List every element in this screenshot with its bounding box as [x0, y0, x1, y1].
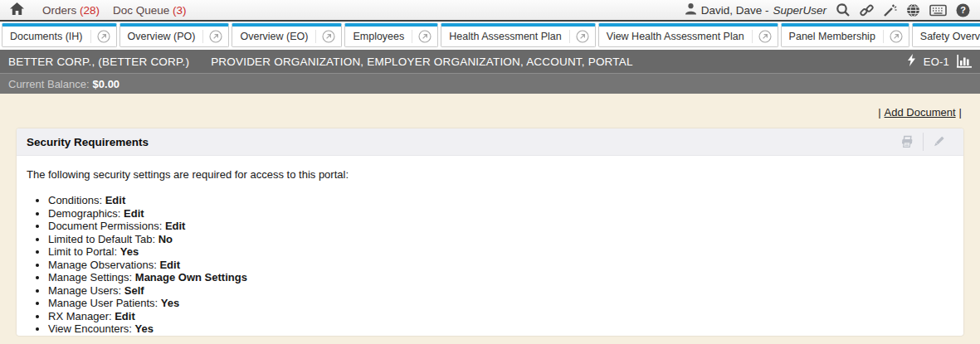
- list-item: Limit to Portal: Yes: [48, 245, 953, 259]
- setting-value: Edit: [105, 194, 126, 206]
- setting-value: Edit: [165, 220, 186, 232]
- tab-bar: Documents (IH) Overview (PO) Overview (E…: [0, 22, 980, 50]
- tab-label: Panel Membership: [787, 31, 877, 42]
- user-menu[interactable]: David, Dave - SuperUser: [685, 2, 826, 17]
- help-icon[interactable]: ?: [956, 3, 970, 17]
- org-bar-right: EO-1: [907, 54, 972, 69]
- setting-label: Document Permissions:: [48, 220, 165, 232]
- keyboard-icon[interactable]: [929, 4, 947, 17]
- pipe-left: |: [878, 106, 880, 119]
- list-item: Manage Users: Self: [48, 284, 953, 298]
- home-icon: [10, 2, 24, 18]
- open-in-new-icon[interactable]: [412, 30, 431, 43]
- panel-header: Security Requirements: [17, 128, 963, 156]
- edit-icon[interactable]: [923, 133, 953, 151]
- setting-value: Yes: [161, 297, 179, 309]
- security-settings-list: Conditions: Edit Demographics: Edit Docu…: [25, 194, 953, 336]
- setting-value: Self: [124, 284, 144, 297]
- search-icon[interactable]: [836, 2, 851, 17]
- orders-link[interactable]: Orders (28): [42, 4, 100, 17]
- setting-label: Demographics:: [48, 207, 124, 220]
- org-badge: EO-1: [924, 56, 949, 68]
- tab-panel-membership[interactable]: Panel Membership: [781, 23, 909, 47]
- setting-value: Edit: [159, 259, 180, 271]
- setting-label: Manage User Patients:: [48, 297, 161, 309]
- list-item: Limited to Default Tab: No: [48, 233, 953, 246]
- tab-safety-overview[interactable]: Safety Overview: [912, 23, 980, 47]
- open-in-new-icon[interactable]: [569, 30, 589, 43]
- list-item: Conditions: Edit: [48, 194, 953, 207]
- setting-label: View Encounters:: [48, 322, 135, 335]
- setting-value: Yes: [135, 322, 154, 335]
- setting-label: Conditions:: [48, 194, 105, 206]
- panel-title: Security Requirements: [27, 136, 149, 148]
- print-icon[interactable]: [892, 133, 923, 151]
- globe-icon[interactable]: [906, 3, 920, 17]
- list-item: Manage User Patients: Yes: [48, 297, 953, 310]
- list-item: Manage Observations: Edit: [48, 259, 953, 272]
- security-intro-text: The following security settings are requ…: [27, 168, 953, 181]
- doc-queue-count: (3): [173, 4, 187, 17]
- setting-label: Limit to Portal:: [48, 245, 120, 258]
- link-icon[interactable]: [860, 3, 874, 17]
- security-requirements-panel: Security Requirements The following secu…: [17, 128, 963, 336]
- chart-icon[interactable]: [957, 55, 972, 68]
- user-name: David, Dave -: [701, 4, 769, 17]
- top-bar-left: Orders (28) Doc Queue (3): [10, 2, 187, 18]
- tab-employees[interactable]: Employees: [344, 23, 438, 47]
- user-role: SuperUser: [773, 4, 826, 17]
- setting-label: Manage Observations:: [48, 259, 159, 271]
- list-item: Demographics: Edit: [48, 207, 953, 220]
- tab-documents-ih[interactable]: Documents (IH): [2, 23, 117, 47]
- orders-label: Orders: [42, 4, 80, 17]
- wand-icon[interactable]: [883, 3, 897, 17]
- org-name: BETTER CORP., (BETTER CORP.): [8, 56, 189, 68]
- open-in-new-icon[interactable]: [202, 30, 222, 43]
- list-item: RX Manager: Edit: [48, 310, 953, 323]
- open-in-new-icon[interactable]: [315, 30, 335, 43]
- doc-queue-link[interactable]: Doc Queue (3): [113, 4, 187, 17]
- setting-value: No: [158, 233, 173, 245]
- doc-queue-label: Doc Queue: [113, 4, 173, 17]
- tab-label: Safety Overview: [919, 31, 980, 42]
- open-in-new-icon[interactable]: [883, 30, 903, 43]
- tab-label: Overview (PO): [126, 31, 197, 42]
- open-in-new-icon[interactable]: [752, 30, 772, 43]
- pipe-right: |: [959, 106, 962, 119]
- tab-overview-eo[interactable]: Overview (EO): [232, 23, 342, 47]
- home-button[interactable]: [10, 2, 24, 18]
- orders-count: (28): [80, 4, 100, 17]
- add-document-link[interactable]: Add Document: [885, 106, 956, 119]
- tab-label: Employees: [351, 31, 406, 42]
- setting-label: Limited to Default Tab:: [48, 233, 158, 245]
- setting-value: Edit: [124, 207, 144, 220]
- org-types: PROVIDER ORGANIZATION, EMPLOYER ORGANIZA…: [211, 56, 633, 68]
- balance-value: $0.00: [93, 78, 120, 90]
- top-bar-right: David, Dave - SuperUser: [685, 2, 970, 17]
- tab-label: View Health Assessment Plan: [605, 31, 746, 42]
- list-item: Manage Settings: Manage Own Settings: [48, 271, 953, 284]
- setting-label: Manage Users:: [48, 284, 124, 297]
- panel-body: The following security settings are requ…: [17, 156, 963, 336]
- setting-label: RX Manager:: [48, 310, 115, 322]
- tab-view-health-assessment-plan[interactable]: View Health Assessment Plan: [598, 23, 778, 47]
- lightning-icon[interactable]: [907, 54, 916, 69]
- org-header-bar: BETTER CORP., (BETTER CORP.) PROVIDER OR…: [0, 50, 980, 73]
- setting-value: Manage Own Settings: [135, 271, 247, 283]
- tab-health-assessment-plan[interactable]: Health Assessment Plan: [441, 23, 596, 47]
- user-icon: [685, 2, 697, 17]
- tab-label: Documents (IH): [8, 31, 85, 42]
- svg-text:?: ?: [960, 5, 966, 15]
- panel-tools: [892, 128, 953, 155]
- top-bar: Orders (28) Doc Queue (3) David, Dave - …: [0, 0, 980, 22]
- setting-label: Manage Settings:: [48, 271, 135, 283]
- list-item: Document Permissions: Edit: [48, 220, 953, 233]
- setting-value: Edit: [115, 310, 135, 322]
- open-in-new-icon[interactable]: [90, 30, 110, 43]
- list-item: View Encounters: Yes: [48, 322, 953, 336]
- tab-label: Overview (EO): [238, 31, 310, 42]
- actions-row: |Add Document|: [0, 94, 980, 119]
- tab-label: Health Assessment Plan: [447, 31, 563, 42]
- balance-bar: Current Balance: $0.00: [0, 73, 980, 94]
- tab-overview-po[interactable]: Overview (PO): [119, 23, 230, 47]
